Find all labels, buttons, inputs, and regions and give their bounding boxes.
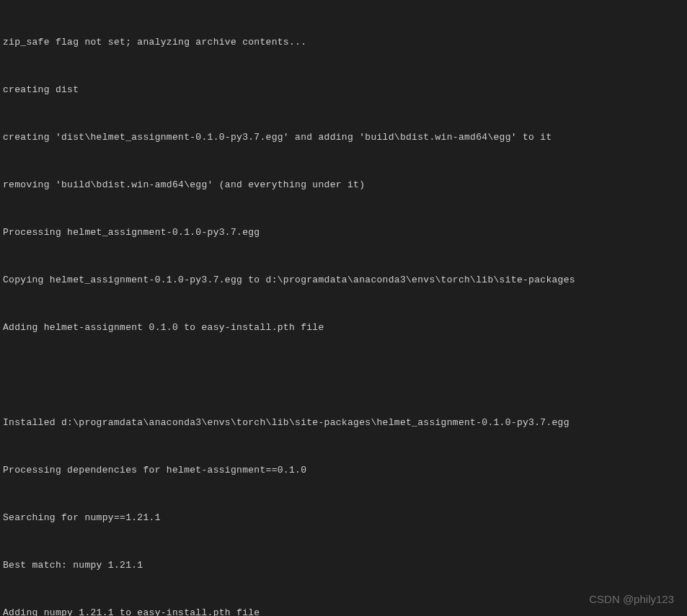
terminal-line: removing 'build\bdist.win-amd64\egg' (an…: [3, 177, 684, 193]
terminal-line: Searching for numpy==1.21.1: [3, 510, 684, 526]
terminal-line: Processing dependencies for helmet-assig…: [3, 463, 684, 478]
terminal-line: [3, 367, 684, 383]
terminal-line: Best match: numpy 1.21.1: [3, 558, 684, 573]
terminal-line: Adding numpy 1.21.1 to easy-install.pth …: [3, 605, 684, 616]
terminal-line: Installed d:\programdata\anaconda3\envs\…: [3, 415, 684, 431]
terminal-line: zip_safe flag not set; analyzing archive…: [3, 35, 684, 50]
terminal-line: Copying helmet_assignment-0.1.0-py3.7.eg…: [3, 272, 684, 288]
watermark-text: CSDN @phily123: [589, 592, 674, 607]
terminal-line: creating dist: [3, 82, 684, 98]
terminal-line: creating 'dist\helmet_assignment-0.1.0-p…: [3, 130, 684, 146]
terminal-line: Adding helmet-assignment 0.1.0 to easy-i…: [3, 320, 684, 336]
terminal-output[interactable]: zip_safe flag not set; analyzing archive…: [3, 3, 684, 616]
terminal-line: Processing helmet_assignment-0.1.0-py3.7…: [3, 225, 684, 241]
